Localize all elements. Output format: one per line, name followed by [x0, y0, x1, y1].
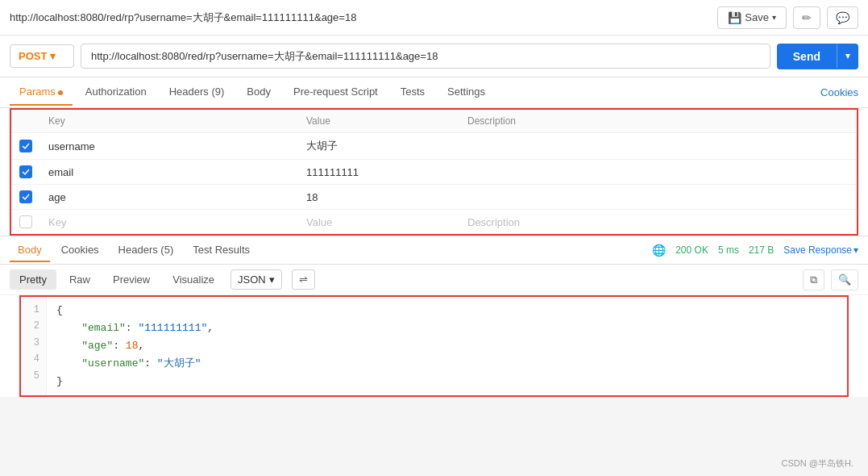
tab-headers-label: Headers (9) [169, 86, 225, 98]
row3-key[interactable]: age [40, 185, 298, 210]
col-header-value: Value [298, 110, 459, 133]
format-bar: Pretty Raw Preview Visualize JSON ▾ ⇌ ⧉ … [0, 265, 868, 295]
json-response: 1 2 3 4 5 { "email": "111111111", "age":… [19, 295, 849, 397]
tab-body-label: Body [247, 86, 271, 98]
json-line-3: "age": 18, [56, 337, 837, 355]
row2-key[interactable]: email [40, 160, 298, 185]
line-num-5: 5 [27, 368, 39, 384]
status-size: 217 B [749, 244, 774, 256]
tab-body[interactable]: Body [237, 79, 280, 106]
format-actions: ⧉ 🔍 [803, 269, 858, 290]
status-code: 200 OK [675, 244, 708, 256]
tab-settings[interactable]: Settings [438, 79, 495, 106]
response-tab-cookies[interactable]: Cookies [53, 239, 107, 262]
save-label: Save [745, 11, 769, 23]
row3-checkbox[interactable] [19, 190, 32, 203]
copy-button[interactable]: ⧉ [803, 269, 824, 290]
json-line-5: } [56, 373, 837, 390]
save-chevron-icon: ▾ [772, 13, 776, 22]
value-placeholder: Value [306, 216, 332, 228]
line-num-1: 1 [27, 302, 39, 318]
row2-desc[interactable] [459, 160, 857, 185]
fmt-tab-visualize[interactable]: Visualize [163, 269, 224, 290]
response-tab-body-label: Body [18, 244, 42, 256]
line-numbers: 1 2 3 4 5 [21, 297, 47, 395]
copy-icon: ⧉ [810, 273, 817, 286]
response-tab-tests-label: Test Results [193, 244, 250, 256]
tab-tests-label: Tests [401, 86, 425, 98]
edit-button[interactable]: ✏ [793, 6, 820, 29]
json-content: { "email": "111111111", "age": 18, "user… [47, 297, 847, 395]
tab-pre-request-label: Pre-request Script [293, 86, 378, 98]
send-label: Send [777, 44, 837, 69]
comment-icon: 💬 [836, 11, 849, 24]
tab-params[interactable]: Params [10, 79, 73, 106]
tab-authorization[interactable]: Authorization [76, 79, 156, 106]
fmt-pretty-label: Pretty [19, 273, 47, 286]
row4-checkbox[interactable] [19, 215, 32, 228]
save-response-button[interactable]: Save Response ▾ [783, 244, 858, 256]
col-header-key: Key [40, 110, 298, 133]
save-icon: 💾 [728, 11, 741, 24]
top-bar-url: http://localhost:8080/red/rp?username=大胡… [10, 10, 356, 25]
method-select[interactable]: POST ▾ [10, 44, 74, 68]
row2-checkbox[interactable] [19, 165, 32, 178]
top-bar-actions: 💾 Save ▾ ✏ 💬 [717, 6, 858, 29]
search-button[interactable]: 🔍 [831, 269, 858, 290]
row3-desc[interactable] [459, 185, 857, 210]
cookies-link[interactable]: Cookies [820, 80, 858, 105]
fmt-tab-pretty[interactable]: Pretty [10, 269, 56, 290]
tab-authorization-label: Authorization [85, 86, 147, 98]
row1-desc[interactable] [459, 133, 857, 160]
response-tab-headers-label: Headers (5) [118, 244, 174, 256]
row3-value[interactable]: 18 [298, 185, 459, 210]
tab-params-label: Params [19, 86, 56, 98]
col-header-desc: Description [459, 110, 857, 133]
table-row: age 18 [11, 185, 857, 210]
status-time: 5 ms [718, 244, 739, 256]
save-button[interactable]: 💾 Save ▾ [717, 6, 787, 29]
wrap-icon[interactable]: ⇌ [292, 269, 315, 290]
method-chevron-icon: ▾ [50, 50, 56, 62]
row4-key[interactable]: Key [40, 210, 298, 235]
send-button[interactable]: Send ▾ [777, 44, 858, 69]
table-row-empty: Key Value Description [11, 210, 857, 235]
format-select[interactable]: JSON ▾ [230, 269, 282, 290]
tab-pre-request[interactable]: Pre-request Script [284, 79, 388, 106]
fmt-tab-preview[interactable]: Preview [103, 269, 160, 290]
tab-tests[interactable]: Tests [391, 79, 434, 106]
tab-headers[interactable]: Headers (9) [160, 79, 235, 106]
url-input[interactable] [81, 44, 770, 69]
response-tab-body[interactable]: Body [10, 239, 50, 262]
json-line-4: "username": "大胡子" [56, 355, 837, 373]
wrap-icon-symbol: ⇌ [299, 273, 308, 286]
line-num-3: 3 [27, 335, 39, 351]
top-bar: http://localhost:8080/red/rp?username=大胡… [0, 0, 868, 35]
row4-value[interactable]: Value [298, 210, 459, 235]
row1-check-cell [11, 133, 40, 160]
row3-check-cell [11, 185, 40, 210]
format-select-label: JSON [238, 273, 266, 286]
row2-value[interactable]: 111111111 [298, 160, 459, 185]
row4-check-cell [11, 210, 40, 235]
fmt-visualize-label: Visualize [172, 273, 214, 286]
send-chevron-icon: ▾ [837, 44, 858, 68]
row4-desc[interactable]: Description [459, 210, 857, 235]
line-num-4: 4 [27, 351, 39, 367]
response-tab-tests[interactable]: Test Results [185, 239, 258, 262]
fmt-tab-raw[interactable]: Raw [60, 269, 100, 290]
response-tab-headers[interactable]: Headers (5) [110, 239, 182, 262]
row1-key[interactable]: username [40, 133, 298, 160]
json-line-2: "email": "111111111", [56, 319, 837, 337]
table-row: username 大胡子 [11, 133, 857, 160]
search-icon: 🔍 [838, 273, 851, 286]
comment-button[interactable]: 💬 [827, 6, 858, 29]
globe-icon: 🌐 [652, 244, 666, 257]
line-num-2: 2 [27, 318, 39, 334]
row1-value[interactable]: 大胡子 [298, 133, 459, 160]
fmt-raw-label: Raw [69, 273, 90, 286]
save-response-chevron-icon: ▾ [853, 244, 858, 256]
row1-checkbox[interactable] [19, 140, 32, 152]
col-header-check [11, 110, 40, 133]
params-table: Key Value Description username 大胡子 [11, 110, 857, 234]
